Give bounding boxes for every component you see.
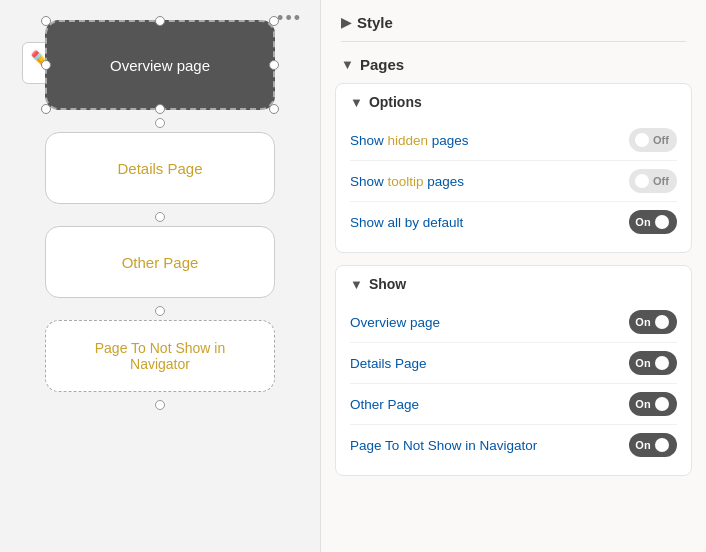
toggle-dot [655,397,669,411]
left-panel: ••• ✏️ Overview page Details Page Other … [0,0,320,552]
page-card-notshow[interactable]: Page To Not Show in Navigator [45,320,275,392]
details-page-label: Details Page [117,160,202,177]
toggle-dot [655,215,669,229]
pages-section-header[interactable]: ▼ Pages [321,42,706,83]
resize-handle-ml[interactable] [41,60,51,70]
pages-section: ▼ Options Show hidden pages Off Show too… [321,83,706,502]
show-notshow-row: Page To Not Show in Navigator On [350,425,677,465]
toggle-dot [655,438,669,452]
page-card-details[interactable]: Details Page [45,132,275,204]
show-overview-label: Overview page [350,315,440,330]
show-hidden-pages-row: Show hidden pages Off [350,120,677,161]
resize-handle-tr[interactable] [269,16,279,26]
toggle-text: On [635,316,650,328]
toggle-text: On [635,216,650,228]
show-label: Show [369,276,406,292]
resize-handle-tl[interactable] [41,16,51,26]
toggle-text: Off [653,134,669,146]
page-card-overview[interactable]: Overview page [45,20,275,110]
toggle-text: On [635,439,650,451]
show-tooltip-pages-row: Show tooltip pages Off [350,161,677,202]
notshow-page-label: Page To Not Show in Navigator [64,340,256,372]
toggle-dot [655,356,669,370]
style-section-header[interactable]: ▶ Style [321,0,706,41]
show-all-by-default-row: Show all by default On [350,202,677,242]
toggle-dot [655,315,669,329]
resize-handle-tm[interactable] [155,16,165,26]
show-notshow-label: Page To Not Show in Navigator [350,438,537,453]
show-details-row: Details Page On [350,343,677,384]
options-label: Options [369,94,422,110]
show-overview-toggle[interactable]: On [629,310,677,334]
show-all-by-default-toggle[interactable]: On [629,210,677,234]
options-chevron-icon: ▼ [350,95,363,110]
resize-handle-br[interactable] [269,104,279,114]
pages-label: Pages [360,56,404,73]
right-panel: ▶ Style ▼ Pages ▼ Options Show hidden pa… [320,0,706,552]
style-chevron-icon: ▶ [341,15,351,30]
show-hidden-pages-label: Show hidden pages [350,133,469,148]
show-tooltip-pages-label: Show tooltip pages [350,174,464,189]
resize-handle-bl[interactable] [41,104,51,114]
connector-dot [155,118,165,128]
show-overview-row: Overview page On [350,302,677,343]
page-card-other[interactable]: Other Page [45,226,275,298]
toggle-text: On [635,398,650,410]
show-other-row: Other Page On [350,384,677,425]
show-other-toggle[interactable]: On [629,392,677,416]
show-notshow-toggle[interactable]: On [629,433,677,457]
options-header: ▼ Options [350,94,677,114]
style-label: Style [357,14,393,31]
toggle-dot [635,133,649,147]
other-page-label: Other Page [122,254,199,271]
show-tooltip-pages-toggle[interactable]: Off [629,169,677,193]
show-details-label: Details Page [350,356,427,371]
toggle-text: Off [653,175,669,187]
show-header: ▼ Show [350,276,677,296]
show-all-by-default-label: Show all by default [350,215,463,230]
connector-dot [155,306,165,316]
show-other-label: Other Page [350,397,419,412]
options-card: ▼ Options Show hidden pages Off Show too… [335,83,692,253]
show-chevron-icon: ▼ [350,277,363,292]
highlight-hidden: hidden [388,133,429,148]
connector-dot-bottom [155,400,165,410]
more-options-icon[interactable]: ••• [277,8,302,29]
toggle-text: On [635,357,650,369]
show-card: ▼ Show Overview page On Details Page On [335,265,692,476]
pages-chevron-icon: ▼ [341,57,354,72]
overview-page-label: Overview page [110,57,210,74]
connector-dot [155,212,165,222]
show-details-toggle[interactable]: On [629,351,677,375]
toggle-dot [635,174,649,188]
resize-handle-mr[interactable] [269,60,279,70]
show-hidden-pages-toggle[interactable]: Off [629,128,677,152]
resize-handle-bm[interactable] [155,104,165,114]
highlight-tooltip: tooltip [388,174,424,189]
